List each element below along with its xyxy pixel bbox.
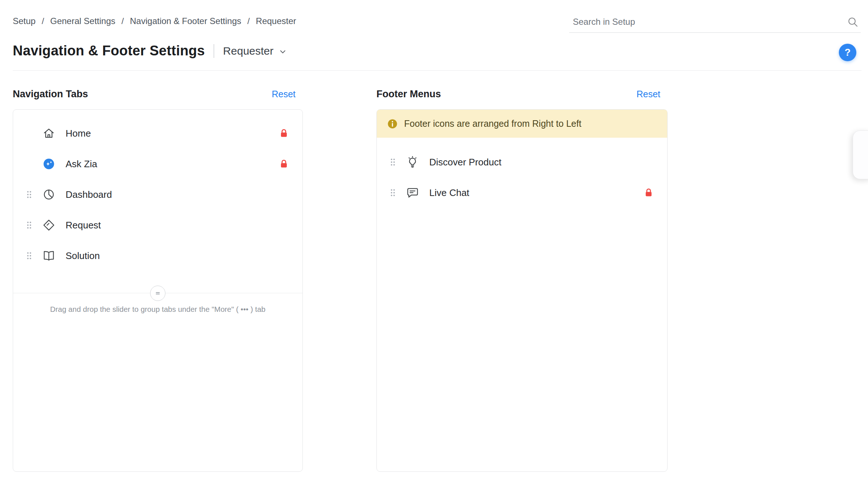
dashboard-icon [42, 188, 55, 201]
navigation-tabs-section: Navigation Tabs Reset Home Ask Zia Dashb… [13, 89, 303, 472]
live-chat-icon [406, 186, 419, 199]
more-tab-slider-handle[interactable] [150, 286, 165, 301]
menu-item-label: Ask Zia [66, 158, 278, 170]
menu-item-row[interactable]: Live Chat [377, 177, 667, 208]
home-icon [42, 127, 55, 140]
scope-selector-value: Requester [223, 45, 273, 57]
drag-handle-icon[interactable] [24, 219, 34, 231]
navigation-tabs-header: Navigation Tabs Reset [13, 89, 303, 100]
info-icon [387, 118, 398, 129]
menu-item-label: Dashboard [66, 189, 278, 200]
request-icon [42, 219, 55, 232]
menu-item-label: Home [66, 128, 278, 139]
navigation-tabs-heading: Navigation Tabs [13, 89, 88, 100]
title-bar: Navigation & Footer Settings Requester [13, 43, 288, 59]
breadcrumb-separator: / [121, 16, 124, 26]
breadcrumb-separator: / [247, 16, 250, 26]
footer-notice-text: Footer icons are arranged from Right to … [404, 118, 581, 129]
footer-menus-reset-link[interactable]: Reset [637, 89, 660, 99]
lock-icon [278, 128, 289, 139]
discover-product-icon [406, 156, 419, 169]
breadcrumb-separator: / [42, 16, 44, 26]
lock-icon [278, 158, 289, 169]
navigation-tabs-card: Home Ask Zia Dashboard Request Solution [13, 109, 303, 472]
navigation-footer-settings-page: Setup / General Settings / Navigation & … [0, 0, 868, 502]
menu-item-row[interactable]: Ask Zia [13, 149, 302, 179]
slider-hint-text: Drag and drop the slider to group tabs u… [13, 305, 302, 314]
footer-menus-section: Footer Menus Reset Footer icons are arra… [376, 89, 668, 472]
setup-search [569, 14, 861, 33]
footer-menus-header: Footer Menus Reset [376, 89, 668, 100]
menu-item-label: Request [66, 220, 278, 231]
header-divider [13, 70, 861, 71]
breadcrumb-item-requester: Requester [256, 16, 296, 26]
navigation-tabs-reset-link[interactable]: Reset [272, 89, 296, 99]
menu-item-row[interactable]: Discover Product [377, 147, 667, 177]
ask-zia-icon [42, 157, 55, 170]
page-title: Navigation & Footer Settings [13, 43, 205, 59]
footer-menus-card: Footer icons are arranged from Right to … [376, 109, 668, 472]
title-divider [214, 44, 214, 58]
drag-handle-icon[interactable] [24, 188, 34, 201]
drag-handle-icon[interactable] [388, 156, 398, 168]
floating-widget-edge[interactable] [853, 130, 868, 179]
footer-menus-list: Discover Product Live Chat [377, 138, 667, 208]
menu-item-label: Discover Product [429, 157, 643, 168]
solution-icon [42, 249, 55, 262]
menu-item-row[interactable]: Solution [13, 240, 302, 271]
menu-item-row[interactable]: Home [13, 118, 302, 149]
drag-handle-icon[interactable] [24, 250, 34, 262]
menu-item-label: Live Chat [429, 187, 643, 199]
drag-handle-icon[interactable] [388, 187, 398, 199]
menu-item-label: Solution [66, 250, 278, 262]
footer-menus-heading: Footer Menus [376, 89, 441, 100]
more-tab-slider-divider [13, 293, 302, 293]
navigation-tabs-list: Home Ask Zia Dashboard Request Solution [13, 110, 302, 271]
breadcrumb-item-navigation-footer-settings[interactable]: Navigation & Footer Settings [130, 16, 242, 26]
lock-icon [643, 187, 654, 198]
breadcrumb-item-setup[interactable]: Setup [13, 16, 36, 26]
help-button[interactable]: ? [839, 44, 856, 61]
search-icon[interactable] [847, 16, 859, 28]
menu-item-row[interactable]: Dashboard [13, 179, 302, 210]
search-input[interactable] [569, 17, 847, 30]
menu-item-row[interactable]: Request [13, 210, 302, 240]
footer-notice-banner: Footer icons are arranged from Right to … [377, 110, 667, 138]
breadcrumb: Setup / General Settings / Navigation & … [13, 16, 296, 26]
breadcrumb-item-general-settings[interactable]: General Settings [50, 16, 116, 26]
scope-selector[interactable]: Requester [223, 45, 287, 57]
chevron-down-icon [278, 47, 288, 56]
